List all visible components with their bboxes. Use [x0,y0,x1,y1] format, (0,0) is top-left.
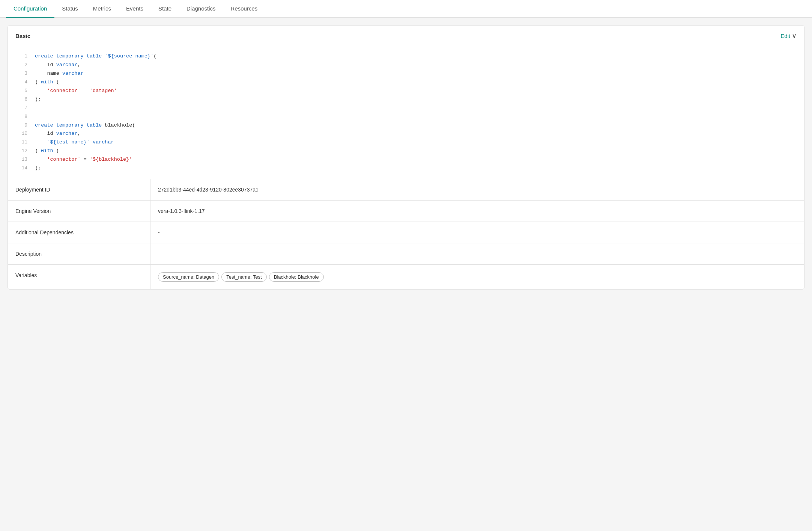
info-value: Source_name: DatagenTest_name: TestBlack… [150,265,804,289]
code-line: 11 `${test_name}` varchar [8,138,804,147]
info-label: Description [8,243,150,264]
card-header: Basic Edit ∨ [8,26,804,46]
line-code [35,113,38,121]
tag-pill: Source_name: Datagen [158,272,219,282]
tag-pill: Test_name: Test [221,272,266,282]
line-number: 12 [14,147,27,155]
info-row: Additional Dependencies- [8,222,804,243]
info-row: Description [8,243,804,265]
info-label: Additional Dependencies [8,222,150,243]
line-code: create temporary table `${source_name}`( [35,52,156,61]
line-number: 3 [14,69,27,78]
code-line: 7 [8,104,804,113]
tab-resources[interactable]: Resources [223,0,265,18]
line-code: id varchar, [35,130,81,138]
info-row: Deployment ID272d1bb3-44ed-4d23-9120-802… [8,179,804,201]
tab-status[interactable]: Status [54,0,86,18]
info-table: Deployment ID272d1bb3-44ed-4d23-9120-802… [8,179,804,289]
code-line: 3 name varchar [8,69,804,78]
code-line: 14); [8,164,804,173]
code-line: 5 'connector' = 'datagen' [8,87,804,95]
sql-code-block: 1create temporary table `${source_name}`… [8,46,804,179]
info-value: vera-1.0.3-flink-1.17 [150,201,804,222]
line-number: 13 [14,155,27,164]
line-code: 'connector' = '${blackhole}' [35,155,132,164]
code-line: 12) with ( [8,147,804,155]
tab-events[interactable]: Events [119,0,151,18]
line-number: 2 [14,61,27,69]
line-code: name varchar [35,69,84,78]
tabs-bar: ConfigurationStatusMetricsEventsStateDia… [0,0,812,18]
line-code: ); [35,95,41,104]
line-code [35,104,38,113]
code-line: 8 [8,113,804,121]
line-number: 1 [14,52,27,60]
chevron-down-icon: ∨ [792,32,797,40]
code-line: 10 id varchar, [8,130,804,138]
line-code: 'connector' = 'datagen' [35,87,117,95]
line-number: 6 [14,95,27,104]
tag-pill: Blackhole: Blackhole [269,272,324,282]
line-code: ); [35,164,41,173]
card-title: Basic [15,33,30,39]
line-number: 4 [14,78,27,86]
line-code: id varchar, [35,61,81,69]
line-number: 8 [14,113,27,121]
info-label: Deployment ID [8,179,150,200]
info-label: Variables [8,265,150,289]
tab-state[interactable]: State [151,0,179,18]
code-line: 9create temporary table blackhole( [8,121,804,130]
code-line: 6); [8,95,804,104]
line-number: 9 [14,121,27,130]
info-row: Engine Versionvera-1.0.3-flink-1.17 [8,201,804,222]
basic-card: Basic Edit ∨ 1create temporary table `${… [8,25,804,290]
tab-metrics[interactable]: Metrics [86,0,119,18]
code-line: 2 id varchar, [8,61,804,69]
line-number: 11 [14,138,27,146]
code-line: 13 'connector' = '${blackhole}' [8,155,804,164]
code-line: 4) with ( [8,78,804,87]
edit-button[interactable]: Edit ∨ [780,32,797,40]
tab-diagnostics[interactable]: Diagnostics [179,0,223,18]
line-number: 7 [14,104,27,112]
info-label: Engine Version [8,201,150,222]
line-number: 5 [14,87,27,95]
line-code: ) with ( [35,78,59,87]
line-code: create temporary table blackhole( [35,121,135,130]
info-value: - [150,222,804,243]
line-number: 10 [14,130,27,138]
line-number: 14 [14,164,27,172]
info-value [150,243,804,264]
code-line: 1create temporary table `${source_name}`… [8,52,804,61]
info-row: VariablesSource_name: DatagenTest_name: … [8,265,804,289]
line-code: `${test_name}` varchar [35,138,114,147]
info-value: 272d1bb3-44ed-4d23-9120-802ee30737ac [150,179,804,200]
line-code: ) with ( [35,147,59,155]
tab-configuration[interactable]: Configuration [6,0,54,18]
